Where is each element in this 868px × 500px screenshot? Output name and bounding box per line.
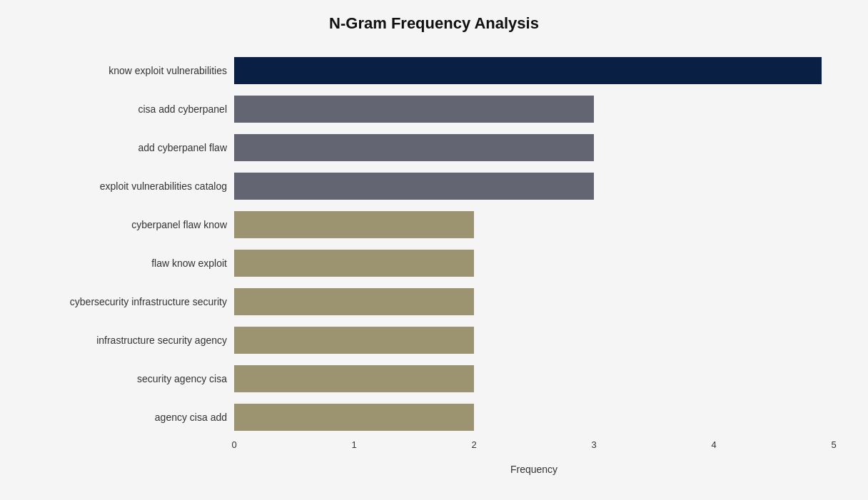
bar-label: infrastructure security agency — [34, 335, 234, 346]
bar-wrapper — [234, 327, 834, 354]
x-tick: 5 — [831, 439, 836, 450]
bar — [234, 404, 474, 431]
bar-wrapper — [234, 404, 834, 431]
bar-wrapper — [234, 96, 834, 123]
bar-label: add cyberpanel flaw — [34, 142, 234, 153]
bar-wrapper — [234, 134, 834, 161]
bar-label: agency cisa add — [34, 412, 234, 423]
bar — [234, 288, 474, 315]
bar-label: exploit vulnerabilities catalog — [34, 180, 234, 192]
bar-wrapper — [234, 57, 834, 84]
bar-row: security agency cisa — [34, 362, 834, 395]
x-axis-ticks: 012345 — [234, 439, 834, 461]
bar — [234, 250, 474, 277]
bar — [234, 57, 822, 84]
bar — [234, 173, 594, 200]
chart-title: N-Gram Frequency Analysis — [34, 14, 834, 33]
bar — [234, 327, 474, 354]
bar-row: infrastructure security agency — [34, 324, 834, 357]
bar-label: cyberpanel flaw know — [34, 219, 234, 230]
x-tick: 3 — [591, 439, 596, 450]
bar-row: flaw know exploit — [34, 247, 834, 280]
bar-row: cyberpanel flaw know — [34, 208, 834, 241]
x-axis-label: Frequency — [234, 464, 834, 475]
bar-row: exploit vulnerabilities catalog — [34, 170, 834, 203]
bar-row: agency cisa add — [34, 401, 834, 434]
bar-label: flaw know exploit — [34, 257, 234, 269]
chart-area: know exploit vulnerabilitiescisa add cyb… — [34, 47, 834, 482]
bar-row: add cyberpanel flaw — [34, 131, 834, 164]
bar-label: cisa add cyberpanel — [34, 103, 234, 115]
x-axis: 012345 — [234, 439, 834, 461]
bar-wrapper — [234, 173, 834, 200]
bar-row: cisa add cyberpanel — [34, 93, 834, 126]
x-tick: 0 — [231, 439, 236, 450]
bar-row: know exploit vulnerabilities — [34, 54, 834, 87]
bar-label: know exploit vulnerabilities — [34, 65, 234, 76]
bar — [234, 211, 474, 238]
bar — [234, 134, 594, 161]
bar — [234, 365, 474, 392]
x-tick: 4 — [711, 439, 716, 450]
x-tick: 2 — [471, 439, 476, 450]
chart-container: N-Gram Frequency Analysis know exploit v… — [20, 0, 848, 500]
bar-wrapper — [234, 211, 834, 238]
x-tick: 1 — [351, 439, 356, 450]
bar-row: cybersecurity infrastructure security — [34, 285, 834, 318]
bar-label: cybersecurity infrastructure security — [34, 296, 234, 307]
bar-wrapper — [234, 365, 834, 392]
bar-wrapper — [234, 250, 834, 277]
bar-label: security agency cisa — [34, 373, 234, 384]
bar-wrapper — [234, 288, 834, 315]
bar — [234, 96, 594, 123]
